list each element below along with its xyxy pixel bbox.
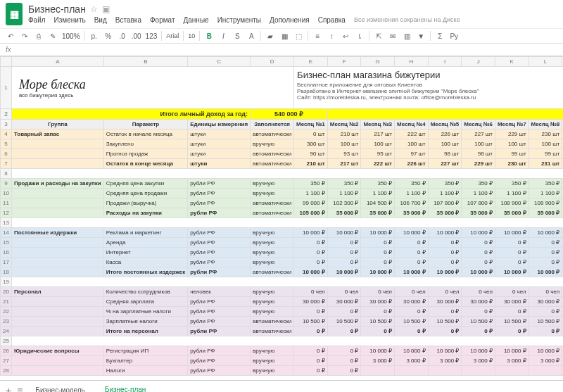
cell[interactable]: 1 100 ₽ <box>495 189 529 198</box>
menu-file[interactable]: Файл <box>28 16 46 24</box>
cell[interactable]: 10 000 ₽ <box>462 346 495 356</box>
cell[interactable]: 10 000 ₽ <box>428 346 462 356</box>
cell[interactable]: вручную <box>251 228 294 238</box>
cell[interactable]: 0 ₽ <box>294 366 328 376</box>
cell[interactable]: Регистрация ИП <box>103 346 188 356</box>
cell[interactable]: рубли РФ <box>188 346 251 356</box>
cell[interactable]: автоматически <box>251 317 294 327</box>
star-icon[interactable]: ☆ <box>90 4 98 14</box>
cell[interactable]: 227 шт <box>428 159 462 169</box>
cell[interactable]: рубли РФ <box>188 189 251 198</box>
cell[interactable]: 226 шт <box>395 159 429 169</box>
cell[interactable]: 0 ₽ <box>462 307 495 317</box>
menu-format[interactable]: Формат <box>150 16 175 24</box>
cell[interactable]: 0 ₽ <box>495 238 529 248</box>
cell[interactable]: 99 шт <box>495 149 529 159</box>
cell[interactable]: 10 000 ₽ <box>327 267 361 277</box>
cell[interactable]: 35 000 ₽ <box>529 208 562 218</box>
cell[interactable]: 93 шт <box>327 149 361 159</box>
cell[interactable]: 0 ₽ <box>327 346 361 356</box>
cell[interactable]: 95 шт <box>361 149 395 159</box>
cell[interactable]: 3 000 ₽ <box>462 356 495 366</box>
cell[interactable]: рубли РФ <box>188 208 251 218</box>
cell[interactable]: 35 000 ₽ <box>395 208 429 218</box>
cell[interactable]: 99 000 ₽ <box>294 198 328 208</box>
cell[interactable]: 10 500 ₽ <box>462 317 495 327</box>
fill-color-icon[interactable]: ▰ <box>265 31 275 41</box>
cell[interactable]: 1 100 ₽ <box>428 189 462 198</box>
cell[interactable] <box>462 366 495 376</box>
cell[interactable]: вручную <box>251 307 294 317</box>
cell[interactable]: 105 000 ₽ <box>294 208 328 218</box>
cell[interactable]: рубли РФ <box>188 366 251 376</box>
cell[interactable]: вручную <box>251 346 294 356</box>
cell[interactable]: 10 500 ₽ <box>294 317 328 327</box>
row-9[interactable]: 9 <box>1 179 12 189</box>
link-icon[interactable]: ⇱ <box>374 31 384 41</box>
cell[interactable]: Продажи (выручка) <box>103 198 188 208</box>
cell[interactable]: Бухгалтер <box>103 356 188 366</box>
cell[interactable]: 350 ₽ <box>428 179 462 189</box>
cell[interactable]: 0 ₽ <box>462 248 495 258</box>
cell[interactable]: 3 000 ₽ <box>428 356 462 366</box>
cell[interactable] <box>395 366 429 376</box>
row-17[interactable]: 17 <box>1 258 12 267</box>
cell[interactable]: 0 ₽ <box>395 238 429 248</box>
cell[interactable]: 107 800 ₽ <box>428 198 462 208</box>
cell[interactable]: рубли РФ <box>188 327 251 336</box>
cell[interactable]: 35 000 ₽ <box>495 208 529 218</box>
cell[interactable]: 350 ₽ <box>395 179 429 189</box>
cell[interactable]: 350 ₽ <box>529 179 562 189</box>
cell[interactable]: 10 000 ₽ <box>361 228 395 238</box>
cell[interactable]: 350 ₽ <box>361 179 395 189</box>
cell[interactable]: автоматически <box>251 149 294 159</box>
filter-icon[interactable]: ▼ <box>416 31 426 41</box>
cell[interactable]: 3 000 ₽ <box>495 356 529 366</box>
row-12[interactable]: 12 <box>1 208 12 218</box>
cell[interactable]: 227 шт <box>462 129 495 139</box>
strike-icon[interactable]: S <box>232 31 242 41</box>
cell[interactable]: 97 шт <box>395 149 429 159</box>
cell[interactable]: 98 шт <box>428 149 462 159</box>
cell[interactable]: 0 ₽ <box>495 258 529 267</box>
cell[interactable]: 30 000 ₽ <box>495 297 529 307</box>
folder-icon[interactable]: ▣ <box>102 4 110 14</box>
col-C[interactable]: C <box>188 57 251 67</box>
cell[interactable]: 3 000 ₽ <box>395 356 429 366</box>
cell[interactable]: 10 000 ₽ <box>462 267 495 277</box>
bold-icon[interactable]: B <box>204 31 214 41</box>
cell[interactable]: 30 000 ₽ <box>428 297 462 307</box>
redo-icon[interactable]: ↷ <box>20 31 30 41</box>
cell[interactable]: 0 ₽ <box>327 356 361 366</box>
cell[interactable]: 10 000 ₽ <box>361 267 395 277</box>
cell[interactable]: 100 шт <box>327 139 361 149</box>
functions-icon[interactable]: Σ <box>435 31 445 41</box>
halign-icon[interactable]: ≡ <box>312 31 322 41</box>
cell[interactable]: 0 ₽ <box>327 248 361 258</box>
dec-inc-icon[interactable]: .00 <box>132 31 141 41</box>
cell[interactable]: 0 ₽ <box>294 356 328 366</box>
cell[interactable]: 35 000 ₽ <box>361 208 395 218</box>
cell[interactable]: 350 ₽ <box>495 179 529 189</box>
rotate-icon[interactable]: ⤹ <box>355 31 365 41</box>
cell[interactable]: автоматически <box>251 327 294 336</box>
row-1[interactable]: 1 <box>1 67 12 109</box>
dec-dec-icon[interactable]: .0 <box>118 31 127 41</box>
cell[interactable]: 3 000 ₽ <box>529 356 562 366</box>
cell[interactable]: Касса <box>103 258 188 267</box>
menu-addons[interactable]: Дополнения <box>270 16 310 24</box>
cell[interactable]: Закуплено <box>103 139 188 149</box>
row-22[interactable]: 22 <box>1 307 12 317</box>
cell[interactable]: 30 000 ₽ <box>395 297 429 307</box>
cell[interactable]: 0 чел <box>327 287 361 297</box>
cell[interactable]: рубли РФ <box>188 267 251 277</box>
cell[interactable]: 100 шт <box>462 139 495 149</box>
cell[interactable]: 217 шт <box>327 159 361 169</box>
cell[interactable]: вручную <box>251 287 294 297</box>
paint-icon[interactable]: ✎ <box>48 31 58 41</box>
row-24[interactable]: 24 <box>1 327 12 336</box>
cell[interactable]: вручную <box>251 248 294 258</box>
cell[interactable]: вручную <box>251 189 294 198</box>
cell[interactable]: 0 ₽ <box>327 327 361 336</box>
row-18[interactable]: 18 <box>1 267 12 277</box>
